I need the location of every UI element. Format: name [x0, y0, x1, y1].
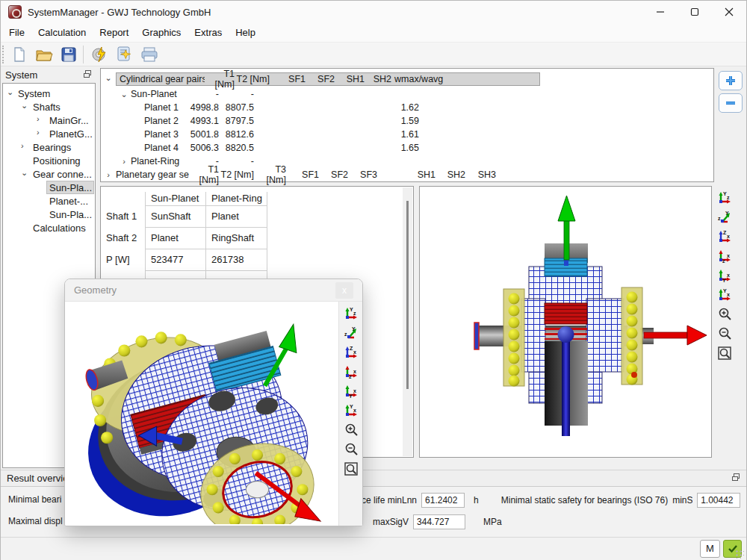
report-button[interactable] [114, 44, 136, 65]
chevron-right-icon[interactable]: › [119, 157, 129, 166]
table-row[interactable]: Planet 4 5006.3 8820.5 1.65 [101, 141, 713, 155]
view-zx-icon[interactable]: Zx [716, 228, 734, 246]
chevron-down-icon[interactable]: ⌄ [21, 168, 28, 178]
view-yx-icon[interactable]: Yx [342, 382, 360, 400]
view-zx-icon[interactable]: Zx [342, 343, 360, 361]
tree-item-positioning[interactable]: Positioning [33, 155, 81, 167]
table-row[interactable]: Planet 2 4993.1 8797.5 1.59 [101, 114, 713, 128]
tree-item-planetg[interactable]: PlanetG... [49, 128, 93, 140]
view-yz-icon[interactable]: Yz [716, 189, 734, 207]
gear-table-header[interactable]: Cylindrical gear pairs T1 [Nm] T2 [Nm] S… [116, 72, 540, 86]
assembly-3d-view[interactable] [419, 186, 712, 458]
chevron-down-icon[interactable]: ⌄ [21, 101, 28, 111]
open-file-button[interactable] [33, 44, 55, 65]
menu-file[interactable]: File [2, 25, 31, 40]
cell[interactable]: Planet [211, 211, 239, 222]
maximize-button[interactable] [678, 1, 712, 23]
close-button[interactable] [712, 1, 746, 23]
table-row[interactable]: Planet 3 5001.8 8812.6 1.61 [101, 128, 713, 141]
geometry-window-titlebar[interactable]: Geometry x [65, 279, 362, 302]
cell[interactable]: Planet [151, 232, 179, 243]
geometry-window[interactable]: Geometry x [64, 279, 363, 526]
chevron-right-icon[interactable]: › [21, 141, 24, 150]
zoom-in-icon[interactable] [716, 305, 734, 323]
save-icon [61, 46, 77, 63]
row-label: Planet-Ring [101, 156, 189, 167]
zoom-out-icon[interactable] [342, 441, 360, 458]
dock-float-icon[interactable] [731, 473, 740, 484]
view-zy-icon[interactable]: zY [716, 208, 734, 226]
geometry-canvas[interactable]: Yz zY Zx zx Yx Yx [65, 302, 362, 526]
tree-item-maingr[interactable]: MainGr... [49, 114, 89, 127]
dock-float-icon[interactable] [83, 69, 92, 81]
column-sh2: SH2 [436, 169, 465, 180]
geometry-close-button[interactable]: x [335, 282, 353, 299]
tree-item-gear-connections[interactable]: Gear conne... [33, 168, 92, 181]
chevron-right-icon[interactable]: › [37, 128, 40, 137]
gear-results-panel: ⌄ Cylindrical gear pairs T1 [Nm] T2 [Nm]… [100, 68, 714, 182]
row-label: Planetary gear sets [101, 169, 189, 180]
min-bearing-life-field[interactable]: 61.2402 [421, 493, 465, 508]
scrollbar-thumb[interactable] [406, 201, 409, 389]
new-document-button[interactable] [8, 44, 31, 65]
pair-col-header: Planet-Ring [211, 193, 262, 204]
min-static-safety-field[interactable]: 1.00442 [697, 493, 740, 508]
chevron-right-icon[interactable]: › [37, 114, 40, 123]
view-xz-icon[interactable]: zx [342, 363, 360, 381]
planetary-gear-sets-row[interactable]: › Planetary gear sets T1 [Nm] T2 [Nm] T3… [101, 168, 713, 181]
pair-col-header: Sun-Planet [151, 193, 199, 204]
zoom-in-icon[interactable] [342, 421, 360, 439]
view-xy-icon[interactable]: Yx [716, 286, 734, 304]
cell[interactable]: 523477 [151, 254, 183, 265]
run-calculation-button[interactable] [89, 44, 111, 65]
tree-item-calculations[interactable]: Calculations [33, 222, 86, 234]
tree-item-system[interactable]: System [18, 87, 50, 100]
tree-item-bearings[interactable]: Bearings [33, 141, 71, 154]
column-t2: T2 [Nm] [235, 74, 270, 84]
result-label-fragment: ce life minLnn [362, 495, 417, 505]
print-button[interactable] [138, 44, 161, 65]
resize-grip[interactable] [735, 550, 744, 559]
save-button[interactable] [58, 44, 80, 65]
table-row[interactable]: Planet 1 4998.8 8807.5 1.62 [101, 101, 713, 114]
chevron-right-icon[interactable]: › [103, 170, 114, 179]
view-yz-icon[interactable]: Yz [342, 305, 360, 323]
tree-item-sun-planet[interactable]: Sun-Pla... [49, 181, 92, 194]
tree-item-shafts[interactable]: Shafts [33, 101, 61, 113]
menu-help[interactable]: Help [229, 25, 262, 40]
cell-t1: 5006.3 [189, 143, 219, 153]
tree-item-sun-planet-2[interactable]: Sun-Pla... [49, 208, 92, 221]
menu-extras[interactable]: Extras [187, 25, 229, 40]
vertical-scrollbar[interactable] [403, 187, 412, 456]
chevron-down-icon[interactable]: ⌄ [7, 87, 13, 97]
remove-button[interactable] [719, 93, 743, 113]
svg-text:z: z [353, 311, 356, 316]
toolbar-grip[interactable] [2, 46, 6, 63]
svg-text:x: x [353, 388, 356, 393]
tree-item-planet-ring[interactable]: Planet-... [49, 195, 88, 208]
column-title: Cylindrical gear pairs [117, 74, 205, 84]
cell[interactable]: 261738 [211, 254, 244, 265]
minimize-button[interactable] [643, 1, 678, 23]
chevron-down-icon[interactable]: ⌄ [103, 73, 114, 83]
cell-wmax: 1.65 [376, 143, 421, 153]
view-zy-icon[interactable]: zY [342, 324, 360, 342]
mode-button[interactable]: M [700, 540, 720, 558]
menu-calculation[interactable]: Calculation [31, 25, 93, 40]
table-row[interactable]: ⌄ Sun-Planet - - [101, 87, 713, 101]
zoom-fit-icon[interactable] [716, 344, 734, 362]
view-xz-icon[interactable]: zx [716, 247, 734, 265]
chevron-down-icon[interactable]: ⌄ [119, 90, 129, 99]
view-xy-icon[interactable]: Yx [342, 402, 360, 420]
add-button[interactable] [719, 71, 743, 90]
cell[interactable]: SunShaft [151, 211, 191, 222]
menu-graphics[interactable]: Graphics [135, 25, 187, 40]
row-label: Planet 2 [101, 116, 189, 126]
zoom-fit-icon[interactable] [342, 460, 360, 478]
zoom-out-icon[interactable] [716, 325, 734, 343]
cell[interactable]: RingShaft [211, 232, 254, 243]
result-label-fragment: Maximal displ [8, 516, 63, 526]
max-stress-field[interactable]: 344.727 [413, 514, 465, 529]
menu-report[interactable]: Report [93, 25, 135, 40]
view-yx-icon[interactable]: Yx [716, 267, 734, 284]
